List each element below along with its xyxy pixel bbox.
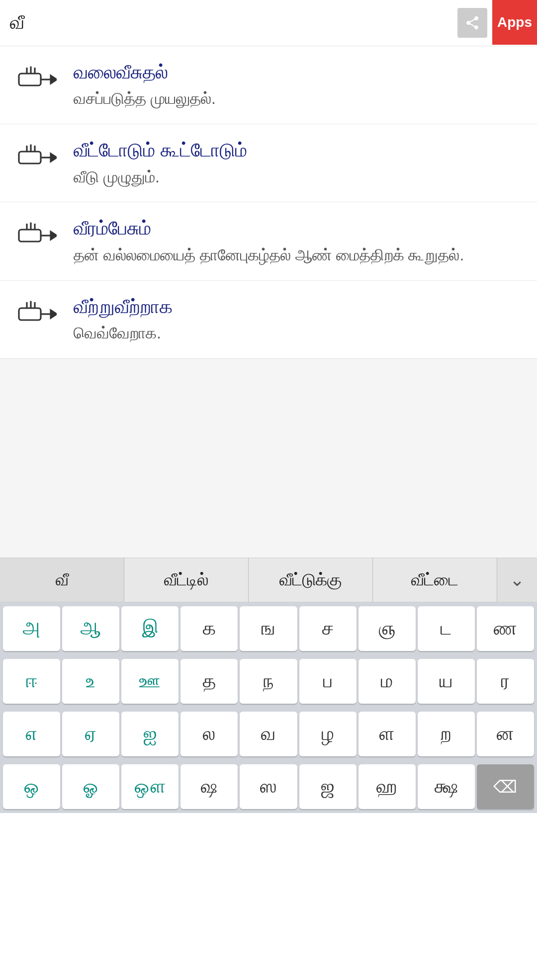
result-title-4: வீற்றுவீற்றாக (74, 295, 525, 319)
svg-marker-8 (51, 154, 57, 162)
result-icon-4 (12, 295, 62, 329)
key-2-2[interactable]: ஐ (121, 712, 179, 756)
svg-rect-0 (19, 74, 41, 85)
keyboard-row-2: எஏஐலவழளறன (0, 708, 537, 760)
key-1-8[interactable]: ர (477, 659, 534, 704)
key-3-6[interactable]: ஹ (358, 764, 416, 809)
key-3-4[interactable]: ஸ (240, 764, 297, 809)
key-3-8[interactable]: ⌫ (477, 764, 534, 809)
result-desc-2: வீடு முழுதும். (74, 166, 525, 188)
result-title-1: வலைவீசுதல் (74, 60, 525, 84)
key-1-7[interactable]: ய (418, 659, 475, 704)
search-bar: × Apps (0, 0, 537, 46)
key-3-2[interactable]: ஔ (121, 764, 179, 809)
svg-rect-6 (19, 152, 41, 163)
key-3-0[interactable]: ஒ (3, 764, 60, 809)
svg-rect-18 (19, 308, 41, 320)
share-button[interactable] (457, 8, 487, 38)
key-0-4[interactable]: ங (240, 606, 297, 651)
key-2-8[interactable]: ன (477, 712, 534, 756)
key-3-7[interactable]: க்ஷ (418, 764, 475, 809)
suggestion-2[interactable]: வீட்டுக்கு (249, 558, 373, 602)
suggestion-1[interactable]: வீட்டில் (124, 558, 249, 602)
svg-marker-20 (51, 310, 57, 318)
key-1-4[interactable]: ந (240, 659, 297, 704)
result-item-3[interactable]: வீரம்பேசும் தன் வல்லமையைத் தானேபுகழ்தல் … (0, 202, 537, 280)
key-2-6[interactable]: ள (358, 712, 416, 756)
svg-marker-2 (51, 76, 57, 83)
key-2-5[interactable]: ழ (299, 712, 357, 756)
suggestion-0[interactable]: வீ (0, 558, 124, 602)
key-0-2[interactable]: இ (121, 606, 179, 651)
keyboard: அஆஇகஙசஞடணஈஉஊதநபமயரஎஏஐலவழளறனஒஓஔஷஸஜஹக்ஷ⌫ (0, 602, 537, 813)
result-icon-1 (12, 60, 62, 95)
key-3-5[interactable]: ஜ (299, 764, 357, 809)
key-0-1[interactable]: ஆ (62, 606, 119, 651)
result-desc-4: வெவ்வேறாக. (74, 322, 525, 344)
suggestion-3[interactable]: வீட்டை (373, 558, 497, 602)
keyboard-row-1: ஈஉஊதநபமயர (0, 655, 537, 708)
key-1-1[interactable]: உ (62, 659, 119, 704)
svg-rect-12 (19, 230, 41, 242)
result-content-4: வீற்றுவீற்றாக வெவ்வேறாக. (74, 295, 525, 344)
result-item-1[interactable]: வலைவீசுதல் வசப்படுத்த முயலுதல். (0, 46, 537, 124)
key-0-8[interactable]: ண (477, 606, 534, 651)
key-0-7[interactable]: ட (418, 606, 475, 651)
key-1-5[interactable]: ப (299, 659, 357, 704)
result-content-2: வீட்டோடும் கூட்டோடும் வீடு முழுதும். (74, 138, 525, 188)
key-1-0[interactable]: ஈ (3, 659, 60, 704)
result-title-3: வீரம்பேசும் (74, 216, 525, 241)
result-desc-1: வசப்படுத்த முயலுதல். (74, 87, 525, 110)
search-input[interactable] (10, 12, 504, 34)
key-2-7[interactable]: ற (418, 712, 475, 756)
key-0-0[interactable]: அ (3, 606, 60, 651)
key-0-6[interactable]: ஞ (358, 606, 416, 651)
key-1-6[interactable]: ம (358, 659, 416, 704)
key-1-2[interactable]: ஊ (121, 659, 179, 704)
share-icon (464, 15, 480, 31)
key-0-5[interactable]: ச (299, 606, 357, 651)
result-item-2[interactable]: வீட்டோடும் கூட்டோடும் வீடு முழுதும். (0, 124, 537, 202)
key-3-1[interactable]: ஓ (62, 764, 119, 809)
result-content-1: வலைவீசுதல் வசப்படுத்த முயலுதல். (74, 60, 525, 110)
apps-badge[interactable]: Apps (492, 0, 537, 45)
key-2-0[interactable]: எ (3, 712, 60, 756)
key-2-3[interactable]: ல (180, 712, 238, 756)
result-icon-2 (12, 138, 62, 173)
result-title-2: வீட்டோடும் கூட்டோடும் (74, 138, 525, 163)
result-desc-3: தன் வல்லமையைத் தானேபுகழ்தல் ஆண் மைத்திறக… (74, 244, 525, 266)
result-content-3: வீரம்பேசும் தன் வல்லமையைத் தானேபுகழ்தல் … (74, 216, 525, 266)
key-2-4[interactable]: வ (240, 712, 297, 756)
key-3-3[interactable]: ஷ (180, 764, 238, 809)
result-item-4[interactable]: வீற்றுவீற்றாக வெவ்வேறாக. (0, 281, 537, 358)
keyboard-row-0: அஆஇகஙசஞடண (0, 602, 537, 655)
empty-area (0, 359, 537, 558)
suggestions-expand-button[interactable]: ⌄ (497, 558, 537, 602)
key-1-3[interactable]: த (180, 659, 238, 704)
svg-marker-14 (51, 232, 57, 240)
result-icon-3 (12, 216, 62, 251)
key-2-1[interactable]: ஏ (62, 712, 119, 756)
key-0-3[interactable]: க (180, 606, 238, 651)
suggestions-bar: வீ வீட்டில் வீட்டுக்கு வீட்டை ⌄ (0, 558, 537, 602)
keyboard-row-3: ஒஓஔஷஸஜஹக்ஷ⌫ (0, 760, 537, 813)
results-list: வலைவீசுதல் வசப்படுத்த முயலுதல். வீட்டோடு… (0, 46, 537, 359)
